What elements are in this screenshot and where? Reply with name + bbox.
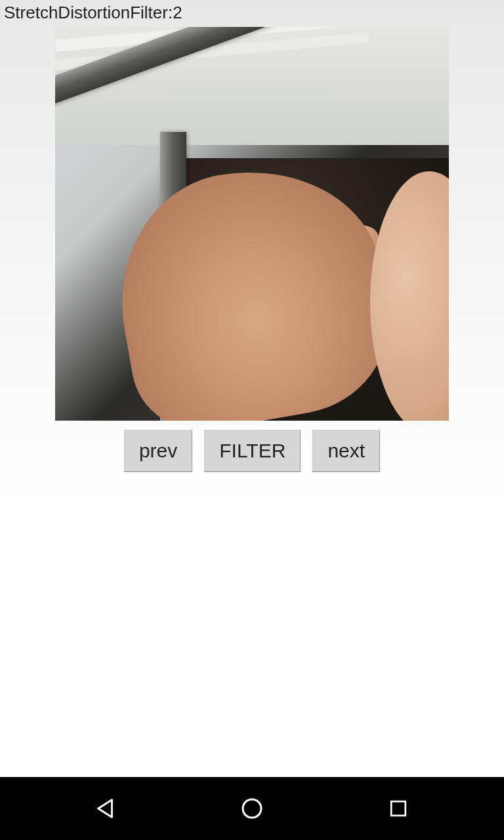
next-button[interactable]: next [312, 430, 380, 472]
back-icon[interactable] [91, 794, 120, 823]
svg-rect-1 [391, 801, 406, 816]
android-nav-bar [0, 777, 504, 840]
main-content: prev FILTER next [0, 26, 504, 840]
button-row: prev FILTER next [124, 430, 380, 472]
svg-point-0 [243, 799, 261, 818]
camera-preview[interactable] [55, 27, 449, 421]
recent-apps-icon[interactable] [384, 794, 413, 823]
filter-button[interactable]: FILTER [204, 430, 301, 472]
prev-button[interactable]: prev [124, 430, 192, 472]
title-bar: StretchDistortionFilter:2 [0, 0, 504, 26]
app-title: StretchDistortionFilter:2 [4, 3, 182, 22]
home-icon[interactable] [238, 794, 266, 823]
